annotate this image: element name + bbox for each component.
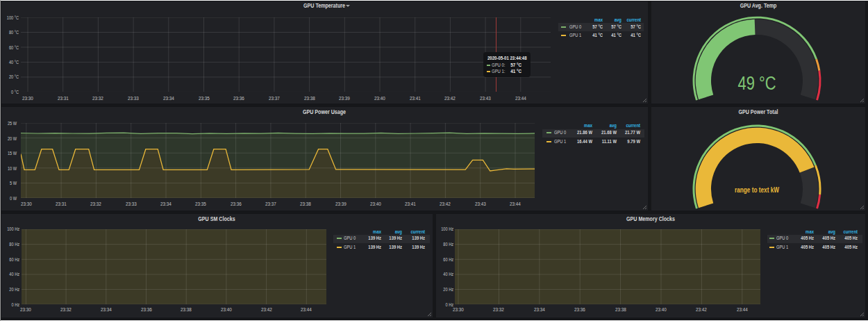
svg-text:range to text kW: range to text kW bbox=[735, 185, 779, 193]
svg-text:49 °C: 49 °C bbox=[738, 73, 776, 94]
